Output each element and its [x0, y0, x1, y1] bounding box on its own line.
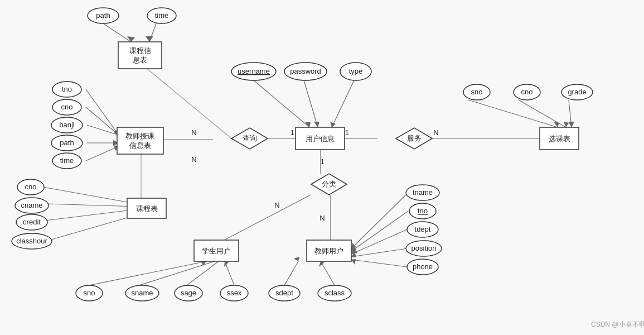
- attr-tno2-label: tno: [418, 207, 428, 215]
- attr-tname-label: tname: [413, 188, 433, 197]
- entity-jiaoshi-info-label1: 教师授课: [125, 132, 154, 140]
- attr-classhour-label: classhour: [16, 237, 47, 245]
- attr-credit-label: credit: [23, 218, 41, 226]
- mult-n5: N: [319, 214, 325, 222]
- attr-sage-label: sage: [181, 289, 196, 297]
- attr-sno2-label: sno: [84, 289, 95, 297]
- er-diagram: 课程信 息表 教师授课 信息表 课程表 用户信息 选课表 学生用户 教师用户 查…: [0, 0, 644, 335]
- mult-1a: 1: [290, 128, 294, 137]
- attr-time2-label: time: [60, 156, 74, 165]
- attr-cno3-label: cno: [521, 88, 533, 96]
- attr-sno1-label: sno: [471, 88, 483, 96]
- background: [0, 0, 644, 335]
- attr-type-label: type: [349, 67, 363, 75]
- attr-path1-label: path: [96, 11, 110, 20]
- relation-chaxun-label: 查询: [243, 134, 257, 142]
- mult-n1: N: [191, 128, 196, 137]
- entity-jiaoshi-info-label2: 信息表: [129, 141, 151, 150]
- attr-cname-label: cname: [21, 201, 42, 209]
- attr-grade-label: grade: [568, 88, 586, 96]
- attr-tno-label: tno: [62, 85, 72, 93]
- entity-kecheng-biao-label: 课程表: [136, 204, 158, 213]
- attr-banji-label: banji: [59, 121, 75, 129]
- attr-phone-label: phone: [413, 262, 433, 271]
- entity-kecheng-info-label: 课程信: [129, 46, 151, 55]
- entity-xuesheng-yonghu-label: 学生用户: [202, 247, 231, 255]
- mult-1c: 1: [320, 157, 324, 166]
- mult-n3: N: [191, 155, 196, 164]
- attr-sdept-label: sdept: [275, 289, 293, 297]
- attr-sclass-label: sclass: [325, 289, 345, 297]
- relation-fenlei-label: 分类: [322, 180, 336, 188]
- attr-position-label: position: [411, 244, 437, 252]
- attr-ssex-label: ssex: [227, 289, 242, 297]
- mult-1b: 1: [345, 128, 348, 137]
- attr-path2-label: path: [60, 138, 74, 147]
- attr-password-label: password: [290, 67, 321, 75]
- attr-time1-label: time: [155, 11, 169, 20]
- entity-yonghu-info-label: 用户信息: [306, 135, 335, 143]
- entity-xuanke-biao-label: 选课表: [549, 135, 570, 143]
- attr-sname-label: sname: [131, 289, 153, 297]
- watermark-text: CSDN @小卓不弱: [591, 320, 644, 328]
- attr-tdept-label: tdept: [415, 225, 431, 233]
- entity-kecheng-info-label2: 息表: [132, 56, 147, 64]
- mult-n2: N: [433, 128, 438, 137]
- relation-fuwu-label: 服务: [407, 134, 422, 142]
- attr-cno2-label: cno: [25, 183, 37, 191]
- attr-cno1-label: cno: [61, 103, 73, 111]
- attr-username-label: username: [238, 67, 270, 75]
- mult-n4: N: [274, 201, 279, 209]
- entity-jiaoshi-yonghu-label: 教师用户: [314, 247, 343, 255]
